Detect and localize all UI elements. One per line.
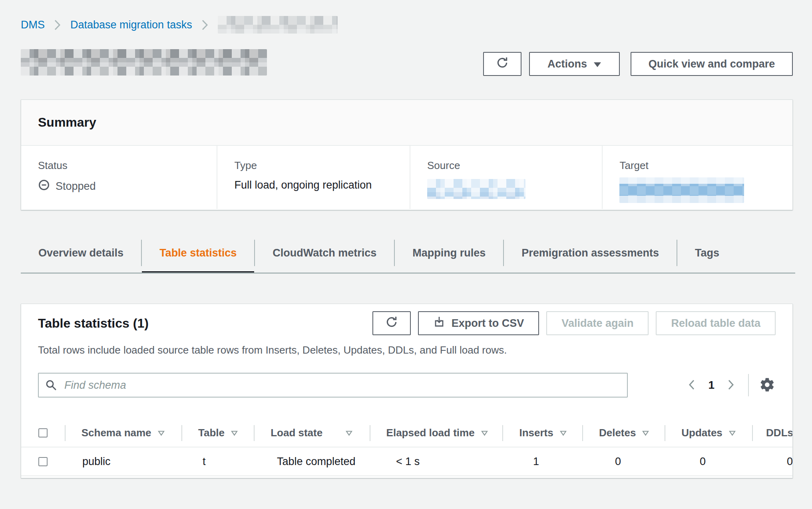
tab-premigration-assessments[interactable]: Premigration assessments (503, 240, 677, 266)
sort-icon (560, 430, 567, 436)
next-page-button[interactable] (724, 378, 738, 392)
stopped-circle-icon (38, 179, 50, 194)
source-link-redacted[interactable] (427, 179, 525, 199)
type-label: Type (234, 159, 410, 172)
reload-table-data-label: Reload table data (671, 317, 760, 330)
breadcrumb-current-redacted (218, 16, 338, 34)
column-label: Elapsed load time (386, 427, 475, 439)
select-all-cell (21, 419, 65, 447)
column-header-ddls[interactable]: DDLs (752, 419, 793, 447)
target-label: Target (619, 159, 792, 172)
tab-label: Tags (695, 247, 719, 259)
status-text: Stopped (56, 180, 96, 193)
find-schema-input[interactable] (38, 373, 628, 398)
table-header-row: Schema name Table Load state Elapsed loa… (21, 419, 793, 447)
column-header-load-state[interactable]: Load state (254, 419, 369, 447)
row-select-cell (21, 447, 66, 475)
cell-load-state: Table completed (260, 447, 379, 475)
column-header-updates[interactable]: Updates (665, 419, 752, 447)
cell-updates: 0 (683, 447, 773, 475)
tab-cloudwatch-metrics[interactable]: CloudWatch metrics (254, 240, 394, 266)
table-statistics-title: Table statistics (1) (38, 316, 149, 331)
validate-again-button[interactable]: Validate again (546, 311, 649, 335)
pagination: 1 (685, 374, 775, 396)
column-header-deletes[interactable]: Deletes (582, 419, 665, 447)
table-refresh-button[interactable] (372, 311, 411, 335)
actions-button[interactable]: Actions (529, 52, 620, 76)
summary-panel: Summary Status Stopped Type Full load, o… (21, 99, 793, 210)
tab-label: Table statistics (159, 247, 237, 259)
sort-icon (642, 430, 649, 436)
summary-status-field: Status Stopped (21, 146, 217, 209)
column-header-inserts[interactable]: Inserts (502, 419, 582, 447)
sort-icon (231, 430, 238, 436)
table-controls-row: 1 (38, 373, 775, 398)
column-header-schema-name[interactable]: Schema name (65, 419, 181, 447)
sort-icon (729, 430, 736, 436)
table-settings-button[interactable] (759, 377, 775, 394)
quick-view-compare-label: Quick view and compare (649, 58, 775, 70)
refresh-button[interactable] (483, 52, 521, 76)
target-link-redacted[interactable] (619, 177, 744, 203)
tab-table-statistics[interactable]: Table statistics (141, 240, 254, 266)
cell-schema-name: public (66, 447, 186, 475)
export-csv-button[interactable]: Export to CSV (418, 311, 539, 335)
column-label: Load state (271, 427, 322, 439)
sort-icon (346, 430, 352, 436)
column-label: Table (198, 427, 225, 439)
cell-ddls: 0 (773, 447, 793, 475)
sort-icon (481, 430, 488, 436)
summary-type-field: Type Full load, ongoing replication (217, 146, 410, 209)
row-checkbox[interactable] (38, 457, 48, 466)
summary-title: Summary (38, 115, 96, 130)
reload-table-data-button[interactable]: Reload table data (656, 311, 776, 335)
chevron-left-icon (687, 378, 696, 392)
tab-label: CloudWatch metrics (273, 247, 376, 259)
breadcrumb-chevron-icon (54, 20, 61, 30)
column-label: Updates (681, 427, 722, 439)
tab-overview-details[interactable]: Overview details (21, 240, 141, 266)
breadcrumb-tasks-link[interactable]: Database migration tasks (70, 19, 192, 31)
status-value: Stopped (38, 179, 217, 194)
tab-tags[interactable]: Tags (677, 240, 737, 266)
summary-header: Summary (21, 100, 792, 146)
caret-down-icon (593, 58, 601, 70)
tab-mapping-rules[interactable]: Mapping rules (394, 240, 503, 266)
tab-label: Premigration assessments (521, 247, 659, 259)
cell-elapsed-load-time: < 1 s (379, 447, 516, 475)
cell-inserts: 1 (516, 447, 598, 475)
page-title-redacted (21, 49, 267, 76)
type-value: Full load, ongoing replication (234, 179, 410, 191)
export-csv-label: Export to CSV (452, 317, 524, 330)
table-statistics-description: Total rows include loaded source table r… (38, 344, 507, 356)
chevron-right-icon (726, 378, 735, 392)
select-all-checkbox[interactable] (38, 428, 48, 437)
table-statistics-actions: Export to CSV Validate again Reload tabl… (372, 311, 776, 335)
actions-button-label: Actions (547, 58, 587, 70)
page-number[interactable]: 1 (699, 379, 724, 392)
column-header-elapsed-load-time[interactable]: Elapsed load time (370, 419, 503, 447)
pagination-divider (748, 374, 749, 396)
table-statistics-header: Table statistics (1) Export to CSV Valid… (38, 311, 776, 335)
summary-source-field: Source (410, 146, 602, 209)
column-label: DDLs (766, 427, 793, 439)
gear-icon (759, 377, 775, 394)
column-header-table[interactable]: Table (181, 419, 254, 447)
column-label: Deletes (599, 427, 636, 439)
summary-target-field: Target (602, 146, 792, 209)
breadcrumb: DMS Database migration tasks (21, 16, 338, 34)
breadcrumb-dms-link[interactable]: DMS (21, 19, 45, 31)
validate-again-label: Validate again (561, 317, 633, 330)
status-label: Status (38, 159, 217, 172)
breadcrumb-chevron-icon (202, 20, 208, 30)
table-row: public t Table completed < 1 s 1 0 0 0 (21, 447, 793, 476)
summary-body: Status Stopped Type Full load, ongoing r… (21, 146, 792, 209)
dms-task-page: DMS Database migration tasks Actions Qui… (0, 0, 812, 509)
tab-label: Mapping rules (412, 247, 486, 259)
column-label: Schema name (82, 427, 151, 439)
refresh-icon (385, 315, 398, 332)
previous-page-button[interactable] (685, 378, 699, 392)
task-tabs: Overview details Table statistics CloudW… (21, 240, 795, 266)
quick-view-compare-button[interactable]: Quick view and compare (631, 52, 793, 76)
download-icon (433, 316, 445, 331)
